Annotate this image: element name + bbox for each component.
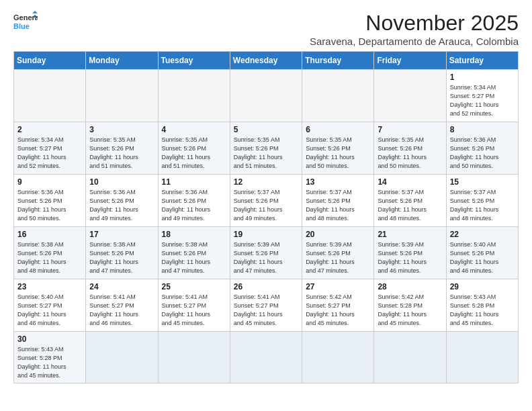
- day-info: Sunrise: 5:38 AMSunset: 5:26 PMDaylight:…: [17, 240, 82, 275]
- calendar-cell: 10Sunrise: 5:36 AMSunset: 5:26 PMDayligh…: [86, 175, 158, 227]
- weekday-header: Thursday: [302, 52, 374, 70]
- day-info: Sunrise: 5:39 AMSunset: 5:26 PMDaylight:…: [378, 240, 442, 275]
- calendar-cell: 20Sunrise: 5:39 AMSunset: 5:26 PMDayligh…: [302, 227, 374, 279]
- day-info: Sunrise: 5:42 AMSunset: 5:28 PMDaylight:…: [378, 293, 442, 328]
- day-number: 30: [17, 334, 82, 344]
- calendar-cell: 24Sunrise: 5:41 AMSunset: 5:27 PMDayligh…: [86, 279, 158, 332]
- day-number: 26: [234, 282, 298, 291]
- calendar-cell: 7Sunrise: 5:35 AMSunset: 5:26 PMDaylight…: [374, 122, 446, 175]
- day-number: 22: [450, 230, 515, 239]
- calendar-week-row: 2Sunrise: 5:34 AMSunset: 5:27 PMDaylight…: [14, 122, 519, 175]
- day-info: Sunrise: 5:35 AMSunset: 5:26 PMDaylight:…: [89, 136, 154, 171]
- calendar-cell: 25Sunrise: 5:41 AMSunset: 5:27 PMDayligh…: [158, 279, 230, 332]
- day-info: Sunrise: 5:40 AMSunset: 5:27 PMDaylight:…: [17, 293, 82, 328]
- day-number: 4: [162, 125, 226, 134]
- day-number: 15: [450, 177, 515, 187]
- day-info: Sunrise: 5:38 AMSunset: 5:26 PMDaylight:…: [89, 240, 154, 275]
- day-info: Sunrise: 5:35 AMSunset: 5:26 PMDaylight:…: [306, 136, 370, 171]
- day-number: 18: [162, 230, 226, 239]
- day-info: Sunrise: 5:40 AMSunset: 5:26 PMDaylight:…: [450, 240, 515, 275]
- weekday-header: Sunday: [14, 52, 86, 70]
- calendar-cell: [86, 70, 158, 122]
- day-info: Sunrise: 5:34 AMSunset: 5:27 PMDaylight:…: [450, 83, 515, 118]
- day-number: 14: [378, 177, 442, 187]
- day-number: 28: [378, 282, 442, 291]
- calendar-cell: 19Sunrise: 5:39 AMSunset: 5:26 PMDayligh…: [230, 227, 302, 279]
- calendar-cell: 5Sunrise: 5:35 AMSunset: 5:26 PMDaylight…: [230, 122, 302, 175]
- calendar-cell: 22Sunrise: 5:40 AMSunset: 5:26 PMDayligh…: [446, 227, 518, 279]
- calendar-cell: 17Sunrise: 5:38 AMSunset: 5:26 PMDayligh…: [86, 227, 158, 279]
- calendar-cell: 16Sunrise: 5:38 AMSunset: 5:26 PMDayligh…: [14, 227, 86, 279]
- day-number: 3: [89, 125, 154, 134]
- calendar-week-row: 1Sunrise: 5:34 AMSunset: 5:27 PMDaylight…: [14, 70, 519, 122]
- day-number: 5: [234, 125, 298, 134]
- calendar-cell: 15Sunrise: 5:37 AMSunset: 5:26 PMDayligh…: [446, 175, 518, 227]
- day-number: 7: [378, 125, 442, 134]
- day-number: 20: [306, 230, 370, 239]
- calendar-cell: [158, 332, 230, 383]
- calendar-week-row: 9Sunrise: 5:36 AMSunset: 5:26 PMDaylight…: [14, 175, 519, 227]
- day-info: Sunrise: 5:38 AMSunset: 5:26 PMDaylight:…: [162, 240, 226, 275]
- calendar-cell: 9Sunrise: 5:36 AMSunset: 5:26 PMDaylight…: [14, 175, 86, 227]
- day-info: Sunrise: 5:37 AMSunset: 5:26 PMDaylight:…: [306, 188, 370, 223]
- day-info: Sunrise: 5:39 AMSunset: 5:26 PMDaylight:…: [234, 240, 298, 275]
- weekday-header: Wednesday: [230, 52, 302, 70]
- calendar-header: SundayMondayTuesdayWednesdayThursdayFrid…: [14, 52, 519, 70]
- day-number: 16: [17, 230, 82, 239]
- calendar-week-row: 30Sunrise: 5:43 AMSunset: 5:28 PMDayligh…: [14, 332, 519, 383]
- calendar-cell: [374, 70, 446, 122]
- day-number: 23: [17, 282, 82, 291]
- day-info: Sunrise: 5:41 AMSunset: 5:27 PMDaylight:…: [162, 293, 226, 328]
- calendar-cell: 28Sunrise: 5:42 AMSunset: 5:28 PMDayligh…: [374, 279, 446, 332]
- svg-marker-2: [32, 11, 38, 13]
- calendar-cell: [158, 70, 230, 122]
- day-number: 1: [450, 73, 515, 82]
- day-number: 6: [306, 125, 370, 134]
- day-info: Sunrise: 5:42 AMSunset: 5:27 PMDaylight:…: [306, 293, 370, 328]
- day-number: 12: [234, 177, 298, 187]
- calendar-week-row: 16Sunrise: 5:38 AMSunset: 5:26 PMDayligh…: [14, 227, 519, 279]
- header: General Blue November 2025 Saravena, Dep…: [13, 11, 519, 47]
- day-number: 11: [162, 177, 226, 187]
- calendar-week-row: 23Sunrise: 5:40 AMSunset: 5:27 PMDayligh…: [14, 279, 519, 332]
- day-number: 27: [306, 282, 370, 291]
- day-info: Sunrise: 5:35 AMSunset: 5:26 PMDaylight:…: [234, 136, 298, 171]
- calendar-cell: 13Sunrise: 5:37 AMSunset: 5:26 PMDayligh…: [302, 175, 374, 227]
- day-number: 19: [234, 230, 298, 239]
- calendar-cell: [446, 332, 518, 383]
- day-info: Sunrise: 5:37 AMSunset: 5:26 PMDaylight:…: [378, 188, 442, 223]
- calendar-cell: 6Sunrise: 5:35 AMSunset: 5:26 PMDaylight…: [302, 122, 374, 175]
- day-number: 25: [162, 282, 226, 291]
- day-number: 21: [378, 230, 442, 239]
- month-title: November 2025: [310, 11, 519, 36]
- svg-text:Blue: Blue: [13, 22, 30, 30]
- weekday-header: Saturday: [446, 52, 518, 70]
- calendar-cell: 18Sunrise: 5:38 AMSunset: 5:26 PMDayligh…: [158, 227, 230, 279]
- calendar-cell: 21Sunrise: 5:39 AMSunset: 5:26 PMDayligh…: [374, 227, 446, 279]
- day-info: Sunrise: 5:37 AMSunset: 5:26 PMDaylight:…: [234, 188, 298, 223]
- calendar-cell: [230, 332, 302, 383]
- day-info: Sunrise: 5:37 AMSunset: 5:26 PMDaylight:…: [450, 188, 515, 223]
- day-number: 29: [450, 282, 515, 291]
- day-info: Sunrise: 5:35 AMSunset: 5:26 PMDaylight:…: [162, 136, 226, 171]
- logo: General Blue: [13, 11, 38, 31]
- day-info: Sunrise: 5:36 AMSunset: 5:26 PMDaylight:…: [17, 188, 82, 223]
- calendar-cell: 29Sunrise: 5:43 AMSunset: 5:28 PMDayligh…: [446, 279, 518, 332]
- day-info: Sunrise: 5:34 AMSunset: 5:27 PMDaylight:…: [17, 136, 82, 171]
- calendar-cell: [86, 332, 158, 383]
- calendar-cell: [302, 332, 374, 383]
- day-number: 8: [450, 125, 515, 134]
- day-info: Sunrise: 5:41 AMSunset: 5:27 PMDaylight:…: [234, 293, 298, 328]
- calendar-cell: 26Sunrise: 5:41 AMSunset: 5:27 PMDayligh…: [230, 279, 302, 332]
- calendar-cell: 4Sunrise: 5:35 AMSunset: 5:26 PMDaylight…: [158, 122, 230, 175]
- calendar-cell: 3Sunrise: 5:35 AMSunset: 5:26 PMDaylight…: [86, 122, 158, 175]
- day-info: Sunrise: 5:43 AMSunset: 5:28 PMDaylight:…: [17, 345, 82, 380]
- location-title: Saravena, Departamento de Arauca, Colomb…: [310, 36, 519, 47]
- day-number: 24: [89, 282, 154, 291]
- calendar-cell: [302, 70, 374, 122]
- weekday-header: Tuesday: [158, 52, 230, 70]
- weekday-header: Friday: [374, 52, 446, 70]
- calendar-cell: 30Sunrise: 5:43 AMSunset: 5:28 PMDayligh…: [14, 332, 86, 383]
- calendar-cell: 2Sunrise: 5:34 AMSunset: 5:27 PMDaylight…: [14, 122, 86, 175]
- calendar-cell: 23Sunrise: 5:40 AMSunset: 5:27 PMDayligh…: [14, 279, 86, 332]
